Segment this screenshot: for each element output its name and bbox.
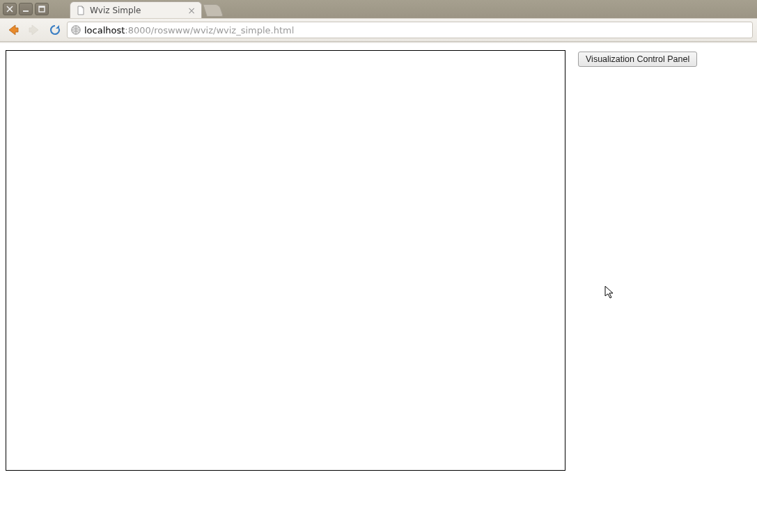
visualization-control-panel-button[interactable]: Visualization Control Panel xyxy=(578,52,697,67)
visualization-canvas[interactable] xyxy=(6,50,565,471)
mouse-cursor-icon xyxy=(604,285,616,299)
new-tab-button[interactable] xyxy=(203,4,224,17)
window-titlebar: Wviz Simple × xyxy=(0,0,757,18)
browser-tab[interactable]: Wviz Simple × xyxy=(70,1,202,18)
url-path: :8000/roswww/wviz/wviz_simple.html xyxy=(125,25,294,36)
tab-title: Wviz Simple xyxy=(90,6,141,15)
address-bar[interactable]: localhost:8000/roswww/wviz/wviz_simple.h… xyxy=(67,22,753,38)
window-close-button[interactable] xyxy=(3,3,17,15)
back-button[interactable] xyxy=(4,21,22,39)
window-controls xyxy=(3,3,49,15)
browser-toolbar: localhost:8000/roswww/wviz/wviz_simple.h… xyxy=(0,18,757,42)
tab-close-button[interactable]: × xyxy=(187,6,196,15)
url-host: localhost xyxy=(84,25,125,36)
page-favicon-icon xyxy=(76,6,86,15)
page-content: Visualization Control Panel xyxy=(0,43,757,532)
url-text: localhost:8000/roswww/wviz/wviz_simple.h… xyxy=(84,25,294,36)
arrow-right-icon xyxy=(27,23,41,37)
window-maximize-button[interactable] xyxy=(35,3,49,15)
forward-button[interactable] xyxy=(25,21,43,39)
reload-icon xyxy=(48,23,62,37)
maximize-icon xyxy=(38,6,45,13)
svg-rect-1 xyxy=(39,6,45,8)
close-icon xyxy=(6,6,13,13)
close-icon: × xyxy=(187,5,196,16)
minimize-icon xyxy=(22,6,29,13)
window-minimize-button[interactable] xyxy=(19,3,33,15)
reload-button[interactable] xyxy=(46,21,64,39)
tab-strip: Wviz Simple × xyxy=(70,0,221,18)
globe-icon xyxy=(70,24,81,36)
arrow-left-icon xyxy=(6,23,20,37)
